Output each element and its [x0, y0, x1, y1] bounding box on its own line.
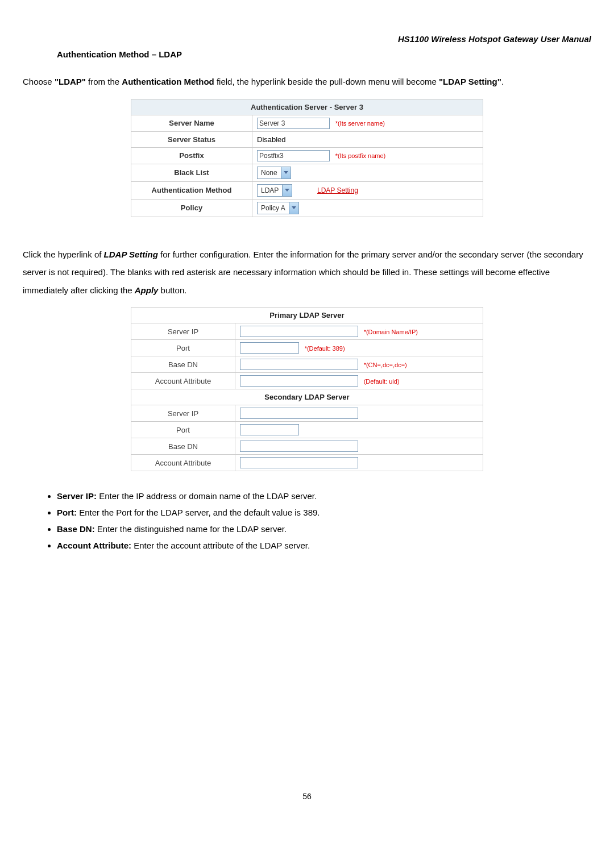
policy-label: Policy [131, 199, 252, 217]
postfix-hint: *(Its postfix name) [335, 152, 386, 159]
chevron-down-icon [282, 185, 292, 196]
primary-base-dn-label: Base DN [131, 356, 235, 373]
secondary-port-input[interactable] [240, 424, 299, 435]
bullet-port-term: Port: [57, 508, 77, 517]
bullet-account-attr-term: Account Attribute: [57, 541, 131, 550]
secondary-account-attr-label: Account Attribute [131, 455, 235, 471]
intro-text-3: field, the hyperlink beside the pull-dow… [214, 77, 439, 86]
auth-table-caption: Authentication Server - Server 3 [131, 99, 483, 115]
ldap-server-table: Primary LDAP Server Server IP *(Domain N… [131, 307, 483, 471]
postfix-input[interactable] [257, 150, 330, 161]
intro-paragraph: Choose "LDAP" from the Authentication Me… [23, 73, 591, 91]
primary-port-hint: *(Default: 389) [305, 345, 345, 352]
auth-method-label: Authentication Method [131, 181, 252, 199]
secondary-port-label: Port [131, 422, 235, 438]
bullet-server-ip: Server IP: Enter the IP address or domai… [57, 488, 591, 504]
auth-method-select[interactable]: LDAP [257, 184, 292, 197]
bullet-server-ip-term: Server IP: [57, 491, 97, 501]
primary-account-attr-label: Account Attribute [131, 373, 235, 389]
chevron-down-icon [289, 202, 298, 214]
intro-ldap-quoted: "LDAP" [55, 77, 86, 86]
black-list-select[interactable]: None [257, 167, 291, 179]
secondary-ldap-caption: Secondary LDAP Server [131, 389, 483, 405]
primary-port-label: Port [131, 340, 235, 356]
primary-base-dn-input[interactable] [240, 359, 358, 370]
bullet-account-attr-desc: Enter the account attribute of the LDAP … [131, 541, 310, 550]
primary-server-ip-hint: *(Domain Name/IP) [364, 329, 418, 335]
primary-server-ip-label: Server IP [131, 323, 235, 340]
bullet-base-dn-term: Base DN: [57, 524, 95, 534]
primary-base-dn-hint: *(CN=,dc=,dc=) [364, 362, 407, 368]
intro-text-4: . [501, 77, 504, 86]
postfix-label: Postfix [131, 147, 252, 164]
primary-port-input[interactable] [240, 342, 299, 354]
server-status-label: Server Status [131, 131, 252, 147]
para2-text-3: button. [158, 285, 186, 295]
bullet-base-dn-desc: Enter the distinguished name for the LDA… [95, 524, 287, 534]
primary-account-attr-input[interactable] [240, 375, 358, 387]
intro-text-2: from the [86, 77, 122, 86]
primary-ldap-caption: Primary LDAP Server [131, 308, 483, 323]
page-number: 56 [23, 792, 591, 801]
secondary-base-dn-input[interactable] [240, 441, 358, 452]
secondary-base-dn-label: Base DN [131, 438, 235, 455]
bullet-server-ip-desc: Enter the IP address or domain name of t… [97, 491, 317, 501]
para2: Click the hyperlink of LDAP Setting for … [23, 246, 591, 300]
server-name-input[interactable] [257, 118, 330, 129]
black-list-selected: None [258, 169, 281, 177]
bullet-account-attr: Account Attribute: Enter the account att… [57, 538, 591, 553]
policy-select[interactable]: Policy A [257, 202, 299, 214]
field-descriptions: Server IP: Enter the IP address or domai… [23, 488, 591, 553]
para2-apply: Apply [135, 285, 159, 295]
para2-ldap-setting: LDAP Setting [104, 250, 158, 259]
section-title: Authentication Method – LDAP [57, 49, 591, 59]
primary-account-attr-hint: (Default: uid) [364, 378, 400, 385]
black-list-label: Black List [131, 164, 252, 181]
bullet-port-desc: Enter the Port for the LDAP server, and … [77, 508, 320, 517]
secondary-account-attr-input[interactable] [240, 457, 358, 468]
bullet-port: Port: Enter the Port for the LDAP server… [57, 505, 591, 520]
ldap-setting-link[interactable]: LDAP Setting [317, 186, 358, 194]
primary-server-ip-input[interactable] [240, 326, 358, 337]
auth-method-selected: LDAP [258, 186, 282, 194]
server-status-value: Disabled [252, 131, 483, 147]
secondary-server-ip-input[interactable] [240, 408, 358, 419]
para2-text-1: Click the hyperlink of [23, 250, 104, 259]
bullet-base-dn: Base DN: Enter the distinguished name fo… [57, 521, 591, 537]
server-name-label: Server Name [131, 115, 252, 131]
intro-auth-method: Authentication Method [122, 77, 214, 86]
secondary-server-ip-label: Server IP [131, 405, 235, 422]
intro-ldap-setting-quoted: "LDAP Setting" [439, 77, 501, 86]
policy-selected: Policy A [258, 204, 289, 212]
server-name-hint: *(Its server name) [335, 120, 385, 127]
chevron-down-icon [281, 167, 291, 178]
page-header-title: HS1100 Wireless Hotspot Gateway User Man… [23, 34, 591, 44]
auth-server-table: Authentication Server - Server 3 Server … [131, 99, 483, 217]
intro-text-1: Choose [23, 77, 55, 86]
